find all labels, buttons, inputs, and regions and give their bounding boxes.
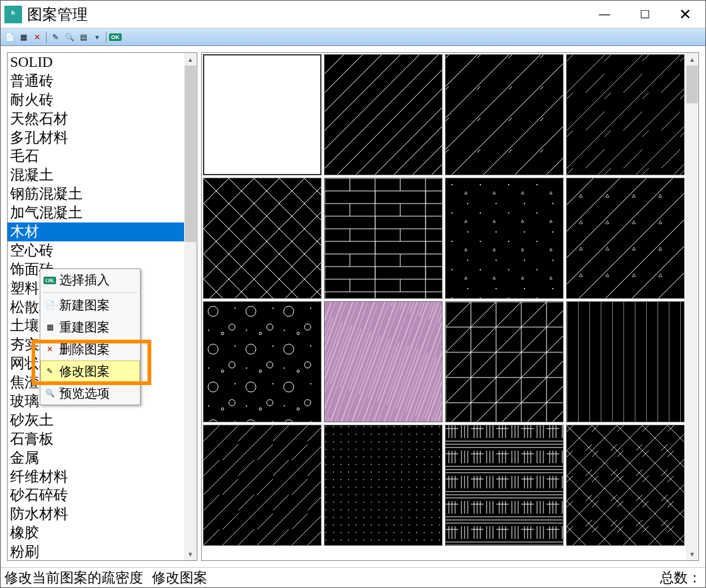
context-menu-label: 新建图案 <box>59 297 110 314</box>
delete-icon: ✕ <box>44 344 55 355</box>
list-item[interactable]: 耐火砖 <box>8 91 184 110</box>
pattern-swatch[interactable] <box>445 301 564 422</box>
scroll-thumb[interactable] <box>185 66 196 242</box>
app-icon: ʰ <box>4 6 22 23</box>
statusbar: 修改当前图案的疏密度 修改图案 总数： <box>1 567 705 587</box>
context-menu-item[interactable]: ✎修改图案 <box>40 360 140 383</box>
list-item[interactable]: 砂石碎砖 <box>8 486 184 505</box>
window-controls: — ☐ ✕ <box>584 1 705 28</box>
preview-icon: 🔍 <box>44 388 55 400</box>
toolbar-separator-1 <box>46 32 47 43</box>
list-item[interactable]: 石膏板 <box>8 430 184 449</box>
svg-rect-3 <box>204 178 321 298</box>
pattern-swatch[interactable] <box>566 178 685 299</box>
pattern-swatch[interactable] <box>324 425 443 546</box>
pattern-swatch[interactable] <box>324 301 443 422</box>
context-menu-label: 选择插入 <box>59 272 110 289</box>
svg-rect-11 <box>446 178 563 298</box>
list-item[interactable]: 天然石材 <box>8 110 184 129</box>
toolbar-batch-icon[interactable]: ▤ <box>77 31 90 43</box>
scroll-thumb[interactable] <box>686 66 698 103</box>
pattern-swatch[interactable] <box>566 301 685 422</box>
svg-rect-30 <box>325 425 442 545</box>
list-item[interactable]: 纤维材料 <box>8 468 184 487</box>
toolbar-rebuild-icon[interactable]: ▦ <box>17 31 30 43</box>
list-item[interactable]: SOLID <box>8 53 184 72</box>
context-menu-label: 修改图案 <box>59 363 110 380</box>
svg-rect-25 <box>446 302 563 422</box>
status-text-2: 修改图案 <box>152 568 207 587</box>
context-menu-label: 删除图案 <box>59 341 110 358</box>
maximize-button[interactable]: ☐ <box>625 1 665 28</box>
list-item[interactable]: 普通砖 <box>8 72 184 91</box>
pattern-swatch[interactable] <box>203 178 321 299</box>
context-menu-item[interactable]: ✕删除图案 <box>40 338 140 360</box>
svg-rect-12 <box>567 178 684 298</box>
svg-rect-22 <box>325 302 442 422</box>
list-item[interactable]: 防水材料 <box>8 505 184 524</box>
toolbar: 📄 ▦ ✕ ✎ 🔍 ▤ ▾ OK <box>1 28 705 46</box>
list-item[interactable]: 砂灰土 <box>8 411 184 430</box>
list-item[interactable]: 多孔材料 <box>8 129 184 147</box>
svg-rect-18 <box>204 302 321 422</box>
list-item[interactable]: 钢筋混凝土 <box>8 185 184 204</box>
minimize-button[interactable]: — <box>584 1 625 28</box>
list-item[interactable]: 金属 <box>8 449 184 468</box>
toolbar-separator-2 <box>106 32 107 43</box>
svg-rect-44 <box>446 425 563 545</box>
list-item[interactable]: 毛石 <box>8 147 184 166</box>
scroll-down-icon[interactable]: ▼ <box>184 548 197 560</box>
list-item[interactable]: 混凝土 <box>8 166 184 185</box>
scroll-down-icon[interactable]: ▼ <box>686 548 698 560</box>
context-menu: OK选择插入📄新建图案▦重建图案✕删除图案✎修改图案🔍预览选项 <box>40 268 141 405</box>
pattern-swatch[interactable] <box>324 178 443 299</box>
list-scrollbar[interactable]: ▲ ▼ <box>184 53 197 560</box>
edit-icon: ✎ <box>44 366 55 378</box>
svg-rect-0 <box>325 55 442 175</box>
svg-rect-45 <box>567 425 684 545</box>
toolbar-preview-icon[interactable]: 🔍 <box>63 31 76 43</box>
list-item[interactable]: 粉刷 <box>8 543 184 560</box>
pattern-swatch[interactable] <box>566 54 685 175</box>
list-item[interactable]: 加气混凝土 <box>8 204 184 222</box>
svg-rect-27 <box>567 302 684 422</box>
context-menu-item[interactable]: 🔍预览选项 <box>40 383 140 405</box>
toolbar-edit-icon[interactable]: ✎ <box>49 31 62 43</box>
pattern-swatch[interactable] <box>445 425 564 546</box>
pattern-swatch[interactable] <box>324 54 443 175</box>
new-icon: 📄 <box>44 300 55 311</box>
scroll-up-icon[interactable]: ▲ <box>686 53 698 66</box>
toolbar-delete-icon[interactable]: ✕ <box>31 31 43 43</box>
pattern-swatch[interactable] <box>203 54 321 175</box>
list-item[interactable]: 空心砖 <box>8 241 184 260</box>
ok-icon: OK <box>44 275 55 286</box>
pattern-grid-panel: ▲ ▼ <box>201 52 699 561</box>
context-menu-item[interactable]: 📄新建图案 <box>40 294 140 316</box>
context-menu-label: 重建图案 <box>59 319 110 336</box>
svg-rect-1 <box>446 55 563 175</box>
pattern-swatch[interactable] <box>203 301 321 422</box>
svg-rect-28 <box>204 425 321 545</box>
close-button[interactable]: ✕ <box>665 1 705 28</box>
toolbar-new-icon[interactable]: 📄 <box>3 31 16 43</box>
list-item[interactable]: 木材 <box>8 222 184 241</box>
pattern-swatch[interactable] <box>445 178 564 299</box>
context-menu-item[interactable]: ▦重建图案 <box>40 316 140 338</box>
svg-rect-2 <box>567 55 684 175</box>
scroll-up-icon[interactable]: ▲ <box>184 53 197 66</box>
status-text-1: 修改当前图案的疏密度 <box>4 568 143 587</box>
list-item[interactable]: 橡胶 <box>8 524 184 543</box>
pattern-swatch[interactable] <box>203 425 321 546</box>
pattern-swatch[interactable] <box>445 54 564 175</box>
pattern-grid <box>202 53 686 560</box>
pattern-swatch[interactable] <box>566 425 685 546</box>
window-title: 图案管理 <box>27 4 584 25</box>
menu-separator <box>43 292 137 293</box>
svg-rect-8 <box>325 178 442 298</box>
context-menu-label: 预览选项 <box>59 385 110 402</box>
toolbar-ok-icon[interactable]: OK <box>109 31 122 43</box>
grid-scrollbar[interactable]: ▲ ▼ <box>686 53 698 560</box>
context-menu-item[interactable]: OK选择插入 <box>40 269 140 291</box>
toolbar-dropdown[interactable]: ▾ <box>91 31 103 43</box>
status-count: 总数： <box>660 568 702 587</box>
